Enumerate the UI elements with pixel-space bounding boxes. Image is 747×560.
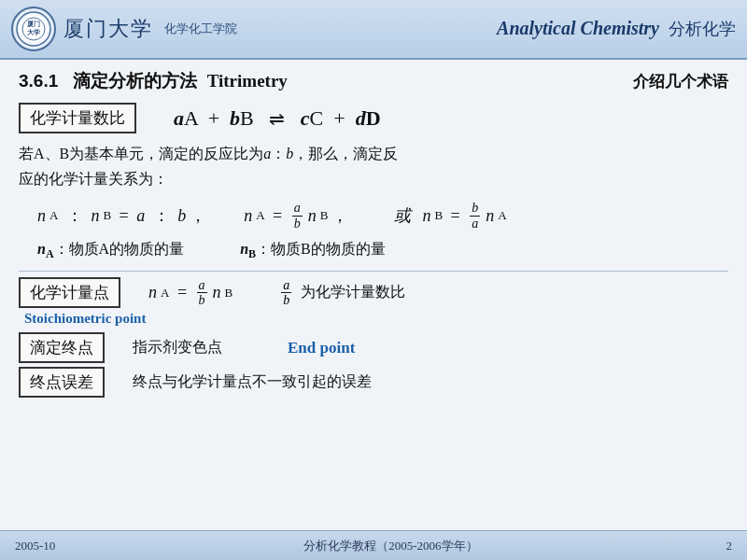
section-title-cn: 滴定分析的方法 [73, 71, 197, 91]
main-content: 3.6.1 滴定分析的方法 Titrimetry 介绍几个术语 化学计量数比 a… [0, 60, 747, 545]
svg-text:厦门: 厦门 [26, 20, 40, 28]
titration-endpoint-row: 滴定终点 指示剂变色点 End point [19, 332, 728, 363]
course-title-en: Analytical Chemistry [497, 18, 659, 38]
section-intro-label: 介绍几个术语 [633, 71, 728, 92]
n-labels-row: nA：物质A的物质的量 nB：物质B的物质的量 [37, 240, 728, 261]
section-title-en: Titrimetry [207, 71, 288, 91]
stoich-fraction: a b [197, 278, 207, 308]
stoich-ratio-row: 化学计量数比 aA + bB ⇌ cC + dD [19, 103, 728, 133]
na-label: nA：物质A的物质的量 [37, 240, 184, 261]
section-title-row: 3.6.1 滴定分析的方法 Titrimetry 介绍几个术语 [19, 69, 728, 93]
formula-ratio: nA ： nB = a ： b， [37, 204, 206, 227]
titration-endpoint-term: 滴定终点 [19, 332, 105, 363]
stoich-formula: nA = a b nB [148, 278, 233, 308]
math-formulas-row: nA ： nB = a ： b， nA = a b nB， 或 nB = b [37, 201, 728, 231]
stoich-ratio-term: 化学计量数比 [19, 103, 136, 133]
stoich-point-term: 化学计量点 [19, 277, 120, 308]
section-title-left: 3.6.1 滴定分析的方法 Titrimetry [19, 69, 288, 93]
stoich-point-row: 化学计量点 nA = a b nB a b 为化学计量数比 [19, 277, 728, 308]
department-name: 化学化工学院 [164, 21, 237, 37]
nb-label: nB：物质B的物质的量 [240, 240, 386, 261]
indicator-desc: 指示剂变色点 [133, 338, 222, 357]
footer: 2005-10 分析化学教程（2005-2006学年） 2 [0, 530, 747, 560]
header-right: Analytical Chemistry 分析化学 [497, 18, 736, 40]
footer-date: 2005-10 [15, 539, 55, 553]
ratio-desc-group: a b 为化学计量数比 [279, 278, 405, 308]
stoich-english-label: Stoichiometric point [22, 310, 728, 327]
main-formula: aA + bB ⇌ cC + dD [174, 106, 381, 131]
course-title-cn: 分析化学 [669, 20, 736, 38]
university-logo: 厦门 大学 [11, 7, 56, 51]
university-name: 厦门大学 [63, 15, 153, 43]
section-number: 3.6.1 [19, 71, 58, 91]
endpoint-error-desc: 终点与化学计量点不一致引起的误差 [133, 372, 372, 392]
endpoint-error-row: 终点误差 终点与化学计量点不一致引起的误差 [19, 367, 728, 398]
endpoint-error-term: 终点误差 [19, 367, 105, 398]
footer-center: 分析化学教程（2005-2006学年） [303, 538, 477, 554]
description-paragraph: 若A、B为基本单元，滴定的反应比为a：b，那么，滴定反应的化学计量关系为： [19, 141, 728, 191]
endpoint-label: End point [288, 339, 355, 357]
formula-na: nA = a b nB， [244, 201, 348, 231]
svg-text:大学: 大学 [26, 28, 40, 36]
formula-nb: 或 nB = b a nA [386, 201, 506, 231]
header-left: 厦门 大学 厦门大学 化学化工学院 [11, 7, 237, 51]
ratio-fraction: a b [281, 278, 291, 308]
header: 厦门 大学 厦门大学 化学化工学院 Analytical Chemistry 分… [0, 0, 747, 60]
fraction-a-over-b: a b [292, 201, 303, 231]
footer-page: 2 [726, 539, 733, 553]
divider-1 [19, 271, 728, 272]
fraction-b-over-a: b a [470, 201, 480, 231]
ratio-description: 为化学计量数比 [301, 283, 405, 302]
